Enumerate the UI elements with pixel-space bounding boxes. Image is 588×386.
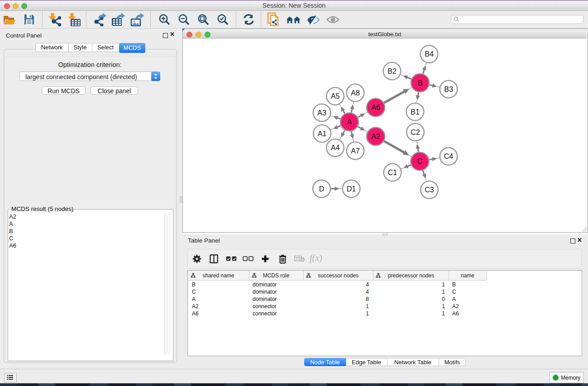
svg-text:D: D — [319, 185, 325, 193]
svg-text:A6: A6 — [371, 104, 380, 111]
svg-text:B3: B3 — [444, 86, 453, 93]
svg-text:B2: B2 — [387, 67, 397, 75]
svg-text:C3: C3 — [425, 186, 434, 194]
svg-text:C1: C1 — [388, 169, 397, 176]
svg-text:B4: B4 — [425, 50, 434, 58]
svg-text:C2: C2 — [411, 129, 420, 136]
svg-text:A1: A1 — [318, 130, 327, 138]
svg-text:A5: A5 — [331, 92, 340, 100]
svg-text:B1: B1 — [411, 108, 420, 116]
svg-text:A4: A4 — [331, 144, 340, 152]
svg-text:A3: A3 — [317, 109, 326, 117]
svg-text:C4: C4 — [444, 152, 454, 160]
svg-text:A7: A7 — [351, 147, 360, 155]
svg-text:D1: D1 — [347, 185, 356, 193]
svg-text:A: A — [347, 118, 352, 126]
svg-text:C: C — [417, 157, 423, 165]
svg-text:A8: A8 — [351, 89, 360, 97]
svg-text:A2: A2 — [371, 133, 380, 140]
svg-text:B: B — [418, 79, 423, 87]
